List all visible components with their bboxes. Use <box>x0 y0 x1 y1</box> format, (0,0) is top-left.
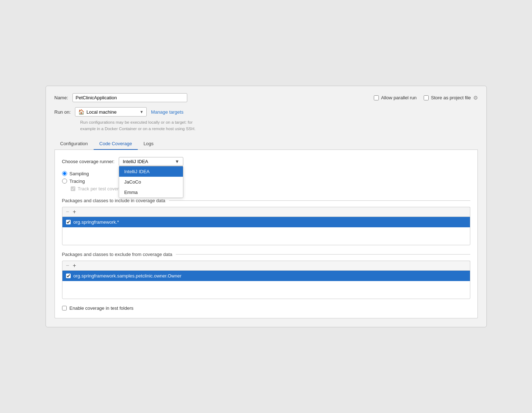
tab-logs[interactable]: Logs <box>138 138 159 150</box>
coverage-runner-select[interactable]: IntelliJ IDEA ▼ <box>119 157 183 166</box>
include-list-empty-row <box>62 227 470 238</box>
store-project-group: Store as project file ⚙ <box>424 95 477 101</box>
runon-dropdown-arrow: ▼ <box>140 110 143 114</box>
include-item-checkbox[interactable] <box>66 220 71 224</box>
exclude-list-empty-row <box>62 281 470 292</box>
gear-icon[interactable]: ⚙ <box>473 95 478 101</box>
dropdown-item-emma[interactable]: Emma <box>119 187 183 198</box>
exclude-section-separator: Packages and classes to exclude from cov… <box>62 252 470 257</box>
exclude-separator-line <box>176 254 470 255</box>
runon-label: Run on: <box>55 109 71 115</box>
header-right: Allow parallel run Store as project file… <box>374 95 477 101</box>
exclude-list-toolbar: − + <box>62 261 470 270</box>
runon-value: Local machine <box>86 109 117 115</box>
runon-row: Run on: 🏠 Local machine ▼ Manage targets <box>55 107 478 117</box>
tabs-row: Configuration Code Coverage Logs <box>55 138 478 150</box>
tracing-radio[interactable] <box>62 179 67 184</box>
home-icon: 🏠 <box>78 109 84 115</box>
store-project-label: Store as project file <box>431 95 471 100</box>
tab-configuration[interactable]: Configuration <box>55 138 94 150</box>
include-list-item[interactable]: org.springframework.* <box>62 217 470 227</box>
include-remove-button[interactable]: − <box>65 209 70 215</box>
dropdown-item-intellij[interactable]: IntelliJ IDEA <box>119 166 183 177</box>
manage-targets-link[interactable]: Manage targets <box>151 109 183 115</box>
include-list-toolbar: − + <box>62 207 470 217</box>
include-item-value: org.springframework.* <box>74 219 119 225</box>
dropdown-item-jacoco[interactable]: JaCoCo <box>119 177 183 187</box>
track-coverage-checkbox[interactable] <box>71 186 75 191</box>
enable-test-folders-checkbox[interactable] <box>62 306 67 310</box>
store-project-checkbox[interactable] <box>424 95 429 100</box>
tab-code-coverage[interactable]: Code Coverage <box>94 138 138 150</box>
include-add-button[interactable]: + <box>72 209 77 215</box>
allow-parallel-checkbox[interactable] <box>374 95 379 100</box>
include-list-box: org.springframework.* <box>62 217 470 245</box>
coverage-dropdown-menu: IntelliJ IDEA JaCoCo Emma <box>119 166 183 198</box>
exclude-list-box: org.springframework.samples.petclinic.ow… <box>62 270 470 299</box>
exclude-remove-button[interactable]: − <box>65 263 70 269</box>
enable-test-folders-label: Enable coverage in test folders <box>70 305 134 311</box>
run-configuration-dialog: Name: Allow parallel run Store as projec… <box>46 86 487 327</box>
include-section-separator: Packages and classes to include in cover… <box>62 198 470 203</box>
coverage-dropdown-arrow: ▼ <box>175 159 179 164</box>
allow-parallel-label: Allow parallel run <box>381 95 416 100</box>
runon-select[interactable]: 🏠 Local machine ▼ <box>75 107 147 117</box>
hint-text: Run configurations may be executed local… <box>80 119 478 132</box>
coverage-runner-value: IntelliJ IDEA <box>123 159 148 164</box>
sampling-label: Sampling <box>70 171 89 176</box>
allow-parallel-group: Allow parallel run <box>374 95 416 100</box>
exclude-section-label: Packages and classes to exclude from cov… <box>62 252 173 257</box>
exclude-item-value: org.springframework.samples.petclinic.ow… <box>74 273 182 279</box>
include-separator-line <box>169 200 470 201</box>
include-section-label: Packages and classes to include in cover… <box>62 198 165 203</box>
sampling-radio[interactable] <box>62 171 67 176</box>
coverage-runner-dropdown-wrapper: IntelliJ IDEA ▼ IntelliJ IDEA JaCoCo Emm… <box>119 157 183 166</box>
exclude-add-button[interactable]: + <box>72 263 77 269</box>
name-label: Name: <box>55 95 68 100</box>
bottom-row: Enable coverage in test folders <box>62 305 470 311</box>
name-input[interactable] <box>72 93 187 102</box>
coverage-runner-label: Choose coverage runner: <box>62 159 115 164</box>
tracing-label: Tracing <box>70 179 85 184</box>
coverage-runner-row: Choose coverage runner: IntelliJ IDEA ▼ … <box>62 157 470 166</box>
tab-content: Choose coverage runner: IntelliJ IDEA ▼ … <box>55 150 478 318</box>
exclude-item-checkbox[interactable] <box>66 274 71 278</box>
exclude-list-item[interactable]: org.springframework.samples.petclinic.ow… <box>62 271 470 281</box>
header-row: Name: Allow parallel run Store as projec… <box>55 93 478 102</box>
